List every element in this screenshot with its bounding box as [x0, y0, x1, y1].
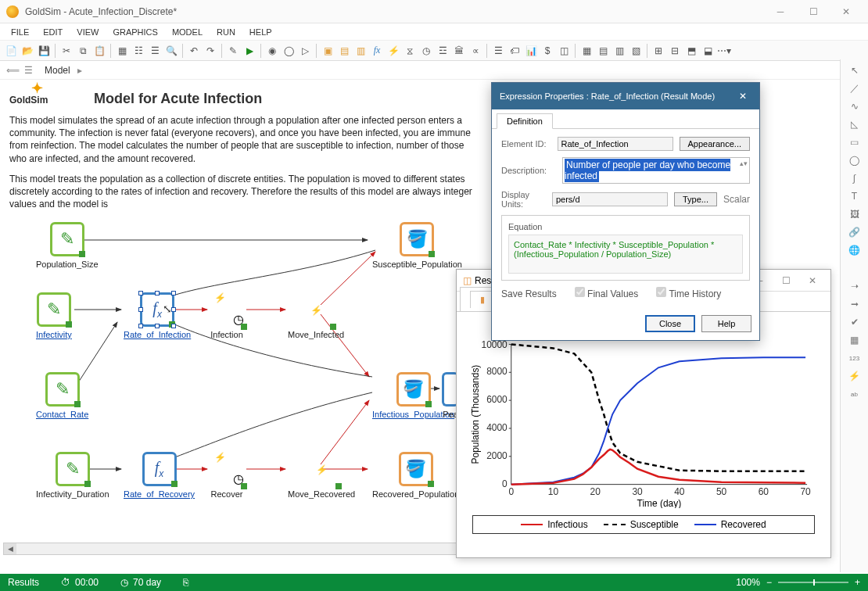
align4-icon[interactable]: ▧ — [628, 43, 644, 59]
open-icon[interactable]: 📂 — [20, 43, 35, 59]
description-input[interactable]: Number of people per day who become infe… — [565, 159, 730, 182]
grid-icon[interactable]: ▦ — [114, 43, 130, 59]
menu-file[interactable]: FILE — [5, 26, 35, 38]
node-infectivity[interactable]: ✎ Infectivity — [36, 292, 72, 339]
image-tool-icon[interactable]: 🖼 — [845, 206, 864, 222]
globe-tool-icon[interactable]: 🌐 — [845, 242, 864, 258]
node-infection[interactable]: ⚡◷ Infection — [210, 292, 244, 339]
result-close-button[interactable]: ✕ — [801, 273, 824, 288]
tree-icon[interactable]: ☰ — [147, 43, 163, 59]
align1-icon[interactable]: ▦ — [579, 43, 594, 59]
redo-icon[interactable]: ↷ — [203, 43, 218, 59]
element-id-input[interactable] — [558, 137, 673, 151]
run-icon[interactable]: ▶ — [242, 43, 257, 59]
arrow2-tool-icon[interactable]: ➞ — [845, 296, 864, 312]
hourglass-icon[interactable]: ⧖ — [402, 43, 418, 59]
polyline-tool-icon[interactable]: ∿ — [845, 98, 864, 114]
bolt-icon[interactable]: ⚡ — [386, 43, 401, 59]
notes-icon[interactable]: ☷ — [131, 43, 146, 59]
node-rate-of-recovery[interactable]: fx Rate_of_Recovery — [124, 452, 195, 499]
node-susceptible-population[interactable]: 🪣 Susceptible_Population — [372, 222, 462, 269]
breadcrumb-back-icon[interactable]: ⟸ — [6, 64, 19, 77]
menu-help[interactable]: HELP — [243, 26, 278, 38]
menu-run[interactable]: RUN — [210, 26, 242, 38]
cube-icon[interactable]: ◫ — [556, 43, 572, 59]
equation-text[interactable]: Contact_Rate * Infectivity * Susceptible… — [508, 235, 743, 274]
container-icon[interactable]: ▣ — [320, 43, 335, 59]
copy-icon[interactable]: ⧉ — [75, 43, 91, 59]
curve-tool-icon[interactable]: ∫ — [845, 170, 864, 186]
undo-icon[interactable]: ↶ — [186, 43, 202, 59]
time-history-checkbox[interactable] — [656, 287, 666, 297]
link-icon[interactable]: ∝ — [468, 43, 483, 59]
units-input[interactable] — [552, 192, 668, 206]
cut-icon[interactable]: ✂ — [59, 43, 74, 59]
node-move-recovered[interactable]: ⚡ Move_Recovered — [288, 452, 355, 499]
money-icon[interactable]: $ — [540, 43, 555, 59]
save-icon[interactable]: 💾 — [36, 43, 52, 59]
clock-icon[interactable]: ◷ — [418, 43, 434, 59]
desc-scroll-icon[interactable]: ▴▾ — [740, 159, 748, 167]
close-button[interactable]: Close — [645, 315, 695, 332]
element-icon[interactable]: ▤ — [336, 43, 352, 59]
line-tool-icon[interactable]: ／ — [845, 81, 864, 96]
group-icon[interactable]: ⊞ — [651, 43, 666, 59]
back-icon[interactable]: ⬓ — [700, 43, 716, 59]
node-contact-rate[interactable]: ✎ Contact_Rate — [36, 372, 88, 419]
new-icon[interactable]: 📄 — [3, 43, 19, 59]
close-window-button[interactable]: ✕ — [830, 3, 862, 20]
scroll-left-icon[interactable]: ◀ — [4, 543, 16, 554]
123-tool-icon[interactable]: 123 — [845, 350, 864, 366]
menu-edit[interactable]: EDIT — [37, 26, 69, 38]
triangle-tool-icon[interactable]: ◺ — [845, 116, 864, 132]
zoom-out-button[interactable]: − — [766, 577, 772, 588]
chart-icon[interactable]: 📊 — [523, 43, 539, 59]
paste-icon[interactable]: 📋 — [91, 43, 107, 59]
check-tool-icon[interactable]: ✔ — [845, 314, 864, 330]
node-move-infected[interactable]: ⚡ Move_Infected — [288, 292, 344, 339]
minimize-button[interactable]: ─ — [765, 3, 796, 20]
pointer-tool-icon[interactable]: ↖ — [845, 63, 864, 78]
more-icon[interactable]: ⋯▾ — [716, 43, 732, 59]
ellipse-tool-icon[interactable]: ◯ — [845, 152, 864, 168]
text-tool-icon[interactable]: T — [845, 188, 864, 204]
record-icon[interactable]: ◉ — [264, 43, 280, 59]
breadcrumb-model[interactable]: Model — [38, 63, 77, 78]
arrow1-tool-icon[interactable]: ➝ — [845, 278, 864, 294]
front-icon[interactable]: ⬒ — [683, 43, 699, 59]
menu-graphics[interactable]: GRAPHICS — [106, 26, 163, 38]
skip-icon[interactable]: ▷ — [297, 43, 313, 59]
type-button[interactable]: Type... — [674, 192, 717, 206]
node-recover[interactable]: ⚡◷ Recover — [210, 452, 244, 499]
bolt-tool-icon[interactable]: ⚡ — [845, 368, 864, 384]
tag-icon[interactable]: 🏷 — [507, 43, 522, 59]
final-values-checkbox[interactable] — [575, 287, 585, 297]
search-icon[interactable]: 🔍 — [163, 43, 179, 59]
ungroup-icon[interactable]: ⊟ — [667, 43, 683, 59]
stop-icon[interactable]: ◯ — [281, 43, 296, 59]
abc-tool-icon[interactable]: ab — [845, 386, 864, 402]
list-icon[interactable]: ☰ — [490, 43, 506, 59]
appearance-button[interactable]: Appearance... — [680, 137, 751, 151]
grid-tool-icon[interactable]: ▦ — [845, 332, 864, 348]
db-icon[interactable]: ☲ — [435, 43, 450, 59]
breadcrumb-fwd-icon[interactable]: ☰ — [22, 64, 34, 77]
align2-icon[interactable]: ▤ — [595, 43, 611, 59]
bank-icon[interactable]: 🏛 — [451, 43, 467, 59]
link-tool-icon[interactable]: 🔗 — [845, 224, 864, 240]
zoom-slider[interactable] — [778, 582, 848, 583]
align3-icon[interactable]: ▥ — [612, 43, 627, 59]
menu-view[interactable]: VIEW — [70, 26, 105, 38]
fx-icon[interactable]: fx — [369, 43, 385, 59]
edit-icon[interactable]: ✎ — [225, 43, 241, 59]
element2-icon[interactable]: ▥ — [353, 43, 368, 59]
node-rate-of-infection[interactable]: fx ⤡ Rate_of_Infection — [124, 292, 191, 339]
help-button[interactable]: Help — [701, 315, 751, 332]
rect-tool-icon[interactable]: ▭ — [845, 134, 864, 150]
result-max-button[interactable]: ☐ — [774, 273, 798, 288]
maximize-button[interactable]: ☐ — [798, 3, 829, 20]
dialog-close-button[interactable]: ✕ — [734, 88, 751, 105]
tab-definition[interactable]: Definition — [497, 113, 553, 129]
node-population-size[interactable]: ✎ Population_Size — [36, 222, 99, 269]
zoom-in-button[interactable]: + — [855, 577, 860, 588]
